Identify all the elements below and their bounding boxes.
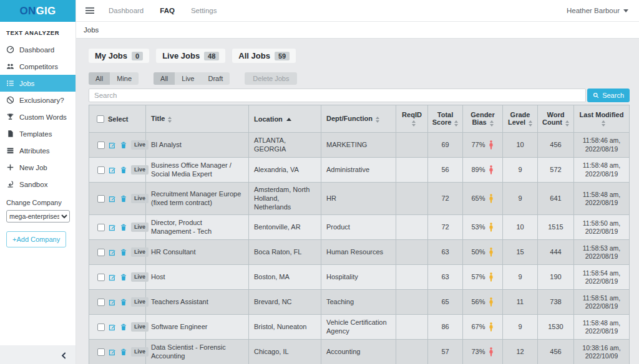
row-checkbox[interactable] (97, 166, 105, 174)
sidebar-item-jobs[interactable]: Jobs (0, 75, 76, 92)
filters-row: AllMine AllLiveDraft Delete Jobs (89, 72, 630, 85)
ownership-filter-mine[interactable]: Mine (110, 72, 139, 85)
edit-icon[interactable] (109, 274, 116, 281)
column-header-dept[interactable]: Dept/Function (321, 105, 396, 133)
status-filter-draft[interactable]: Draft (202, 72, 230, 85)
trash-icon[interactable] (120, 323, 127, 331)
search-input[interactable] (89, 89, 586, 102)
edit-icon[interactable] (109, 323, 116, 331)
sidebar-item-sandbox[interactable]: Sandbox (0, 176, 76, 193)
row-checkbox[interactable] (97, 274, 105, 281)
job-title[interactable]: Business Office Manager / Social Media E… (146, 158, 249, 183)
sidebar-item-exclusionary[interactable]: Exclusionary? (0, 92, 76, 108)
collapse-sidebar-icon[interactable] (60, 351, 68, 359)
sidebar-item-dashboard[interactable]: Dashboard (0, 41, 76, 58)
job-title[interactable]: Host (146, 265, 249, 290)
column-header-title[interactable]: Title (146, 105, 249, 133)
edit-icon[interactable] (109, 224, 116, 231)
status-filter-all[interactable]: All (154, 72, 175, 85)
row-checkbox[interactable] (97, 224, 105, 231)
trash-icon[interactable] (120, 166, 127, 174)
caret-down-icon (623, 9, 628, 12)
trash-icon[interactable] (120, 224, 127, 231)
sidebar-item-label: Sandbox (19, 181, 47, 188)
edit-icon[interactable] (109, 348, 116, 356)
plus-icon (6, 163, 14, 171)
trash-icon[interactable] (120, 274, 127, 281)
column-header-grade_level[interactable]: Grade Level (503, 105, 538, 133)
job-title[interactable]: HR Consultant (146, 240, 249, 265)
topnav-faq[interactable]: FAQ (160, 7, 175, 14)
edit-icon[interactable] (109, 195, 116, 203)
job-word-count: 190 (538, 265, 574, 290)
job-title[interactable]: Director, Product Management - Tech (146, 215, 249, 240)
job-last-modified: 11:58:46 am,2022/08/19 (574, 133, 630, 158)
job-location: Amsterdam, North Holland, Netherlands (249, 183, 321, 215)
column-header-gender_bias[interactable]: Gender Bias (463, 105, 503, 133)
tab-label: My Jobs (95, 51, 127, 60)
ongig-logo[interactable]: ONGIG (0, 0, 76, 22)
row-checkbox[interactable] (97, 323, 105, 331)
column-header-last_modified[interactable]: Last Modified (574, 105, 630, 133)
trash-icon[interactable] (120, 299, 127, 306)
hamburger-icon[interactable] (85, 6, 95, 16)
status-filter-live[interactable]: Live (175, 72, 201, 85)
sidebar-item-new-job[interactable]: New Job (0, 159, 76, 176)
column-label: Select (108, 115, 128, 123)
job-last-modified: 10:38:16 am,2022/10/09 (574, 340, 630, 364)
job-title[interactable]: Data Scientist - Forensic Accounting (146, 340, 249, 364)
sidebar-item-custom-words[interactable]: Custom Words (0, 108, 76, 125)
tab-all-jobs[interactable]: All Jobs59 (232, 49, 296, 63)
edit-icon[interactable] (109, 141, 116, 149)
trash-icon[interactable] (120, 141, 127, 149)
table-row: LiveSoftware EngineerBristol, NuneatonVe… (89, 315, 630, 340)
column-header-total_score[interactable]: Total Score (428, 105, 463, 133)
ownership-filter-all[interactable]: All (89, 72, 110, 85)
company-select[interactable]: mega-enterprises (6, 210, 70, 223)
column-header-word_count[interactable]: Word Count (538, 105, 574, 133)
status-badge: Live (131, 194, 149, 203)
sort-icon (490, 120, 494, 127)
person-icon (488, 165, 494, 175)
topnav-dashboard[interactable]: Dashboard (109, 7, 144, 14)
edit-icon[interactable] (109, 249, 116, 256)
job-title[interactable]: Software Engineer (146, 315, 249, 340)
table-row: LiveHR ConsultantBoca Raton, FLHuman Res… (89, 240, 630, 265)
delete-jobs-button[interactable]: Delete Jobs (245, 72, 297, 85)
job-gender-bias: 57% (463, 265, 503, 290)
add-company-button[interactable]: +Add Company (6, 231, 66, 247)
row-checkbox[interactable] (97, 299, 105, 306)
job-title[interactable]: Teachers Assistant (146, 290, 249, 315)
edit-icon[interactable] (109, 166, 116, 174)
job-title[interactable]: BI Analyst (146, 133, 249, 158)
table-row: LiveRecruitment Manager Europe (fixed te… (89, 183, 630, 215)
tab-my-jobs[interactable]: My Jobs0 (89, 49, 149, 63)
search-row: Search (89, 89, 630, 102)
sidebar-item-templates[interactable]: Templates (0, 125, 76, 142)
table-row: LiveBusiness Office Manager / Social Med… (89, 158, 630, 183)
job-title[interactable]: Recruitment Manager Europe (fixed term c… (146, 183, 249, 215)
tab-live-jobs[interactable]: Live Jobs48 (156, 49, 225, 63)
user-menu[interactable]: Heather Barbour (567, 7, 628, 14)
search-button[interactable]: Search (587, 89, 630, 102)
job-gender-bias: 67% (463, 315, 503, 340)
trash-icon[interactable] (120, 249, 127, 256)
edit-icon[interactable] (109, 299, 116, 306)
row-checkbox[interactable] (97, 141, 105, 149)
row-checkbox[interactable] (97, 249, 105, 256)
sidebar-item-competitors[interactable]: Competitors (0, 58, 76, 75)
trash-icon[interactable] (120, 195, 127, 203)
select-all-checkbox[interactable] (97, 115, 104, 123)
tab-count-badge: 59 (275, 52, 290, 60)
jobs-tabs: My Jobs0Live Jobs48All Jobs59 (89, 49, 630, 63)
column-header-reqid[interactable]: ReqID (396, 105, 428, 133)
status-badge: Live (131, 272, 149, 282)
row-checkbox[interactable] (97, 348, 105, 356)
sidebar-item-attributes[interactable]: Attributes (0, 142, 76, 159)
job-word-count: 1515 (538, 215, 574, 240)
topnav-settings[interactable]: Settings (191, 7, 217, 14)
ownership-filter: AllMine (89, 72, 139, 85)
column-header-location[interactable]: Location (249, 105, 321, 133)
row-checkbox[interactable] (97, 195, 105, 203)
trash-icon[interactable] (120, 348, 127, 356)
